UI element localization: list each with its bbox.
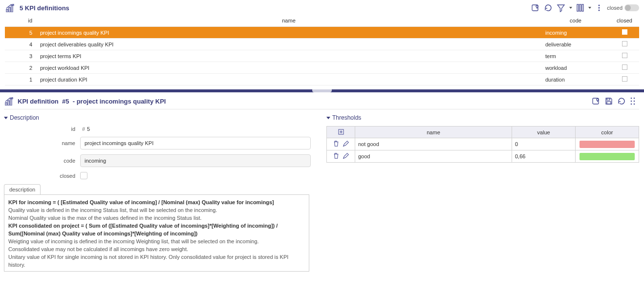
cell-id: 2 — [5, 62, 36, 74]
cell-closed — [610, 62, 639, 74]
cell-closed — [610, 50, 639, 62]
cell-name: project incomings quality KPI — [36, 27, 541, 39]
add-threshold-button[interactable] — [338, 128, 344, 135]
tab-description[interactable]: description — [4, 184, 41, 194]
chevron-down-icon — [326, 117, 330, 119]
chevron-down-icon — [4, 117, 8, 119]
more-icon[interactable] — [594, 3, 604, 13]
list-title: 5 KPI definitions — [20, 4, 69, 12]
description-textarea[interactable]: KPI for incoming = ( [Estimated Quality … — [4, 194, 309, 272]
thresh-col-value: value — [512, 127, 576, 138]
edit-icon[interactable] — [343, 140, 349, 148]
cell-name: project duration KPI — [36, 74, 541, 85]
thresh-name: not good — [355, 138, 512, 150]
threshold-row[interactable]: good0,66 — [327, 150, 639, 163]
cell-name: project workload KPI — [36, 62, 541, 74]
detail-title: KPI definition #5 - project incomings qu… — [18, 98, 166, 105]
columns-icon[interactable] — [575, 3, 585, 13]
edit-icon[interactable] — [343, 152, 349, 160]
refresh-icon[interactable] — [617, 96, 626, 106]
chevron-down-icon[interactable] — [588, 7, 591, 9]
col-closed[interactable]: closed — [610, 15, 639, 27]
kpi-icon — [4, 96, 14, 106]
table-row[interactable]: 5project incomings quality KPIincoming — [5, 27, 639, 39]
chevron-down-icon[interactable] — [569, 7, 572, 9]
more-icon[interactable] — [629, 96, 639, 106]
id-label: id — [4, 126, 80, 132]
table-row[interactable]: 2project workload KPIworkload — [5, 62, 639, 74]
table-row[interactable]: 4project deliverables quality KPIdeliver… — [5, 39, 639, 50]
cell-code: deliverable — [541, 39, 610, 50]
cell-id: 5 — [5, 27, 36, 39]
filter-icon[interactable] — [556, 3, 566, 13]
col-id[interactable]: id — [5, 15, 36, 27]
thresh-value: 0,66 — [512, 150, 576, 163]
closed-checkbox[interactable] — [80, 172, 87, 179]
thresh-name: good — [355, 150, 512, 163]
cell-id: 1 — [5, 74, 36, 85]
cell-code: duration — [541, 74, 610, 85]
thresh-color — [576, 138, 639, 150]
thresh-col-name: name — [355, 127, 512, 138]
kpi-icon — [5, 3, 15, 13]
report-icon[interactable] — [531, 3, 540, 13]
section-thresholds-title[interactable]: Thresholds — [326, 114, 639, 121]
delete-icon[interactable] — [333, 140, 340, 148]
thresholds-table: name value color not good0good0,66 — [326, 126, 639, 163]
threshold-row[interactable]: not good0 — [327, 138, 639, 150]
cell-code: workload — [541, 62, 610, 74]
delete-icon[interactable] — [333, 152, 340, 160]
closed-filter-toggle[interactable] — [624, 4, 639, 11]
cell-closed — [610, 74, 639, 85]
col-code[interactable]: code — [541, 15, 610, 27]
code-input[interactable] — [80, 154, 311, 167]
id-value: 5 — [87, 126, 90, 132]
col-name[interactable]: name — [36, 15, 541, 27]
thresh-value: 0 — [512, 138, 576, 150]
table-row[interactable]: 1project duration KPIduration — [5, 74, 639, 85]
cell-code: term — [541, 50, 610, 62]
name-label: name — [4, 140, 80, 146]
closed-label: closed — [4, 173, 80, 179]
splitter[interactable] — [0, 89, 644, 92]
closed-filter-label: closed — [607, 5, 623, 11]
save-icon[interactable] — [604, 96, 614, 106]
report-icon[interactable] — [591, 96, 601, 106]
cell-closed — [610, 27, 639, 39]
section-description-title[interactable]: Description — [4, 114, 317, 121]
cell-code: incoming — [541, 27, 610, 39]
equals-sign: # — [80, 126, 87, 132]
thresh-col-color: color — [576, 127, 639, 138]
thresh-color — [576, 150, 639, 163]
table-row[interactable]: 3project terms KPIterm — [5, 50, 639, 62]
cell-name: project deliverables quality KPI — [36, 39, 541, 50]
code-label: code — [4, 158, 80, 164]
cell-id: 3 — [5, 50, 36, 62]
name-input[interactable] — [80, 137, 311, 149]
cell-closed — [610, 39, 639, 50]
cell-id: 4 — [5, 39, 36, 50]
kpi-list-table: id name code closed 5project incomings q… — [5, 15, 639, 85]
cell-name: project terms KPI — [36, 50, 541, 62]
refresh-icon[interactable] — [543, 3, 553, 13]
